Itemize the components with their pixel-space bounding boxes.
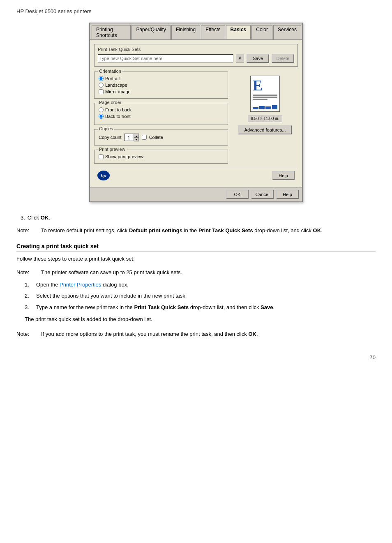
page-preview: E	[250, 76, 280, 112]
step-num-2: 2.	[25, 292, 33, 300]
note3-text: If you add more options to the print tas…	[41, 330, 376, 338]
collate-label: Collate	[149, 135, 163, 140]
delete-button[interactable]: Delete	[272, 54, 294, 63]
mirror-image-checkbox[interactable]	[99, 89, 104, 94]
steps-list: 1. Open the Printer Properties dialog bo…	[25, 281, 376, 312]
copy-count-label: Copy count	[99, 135, 122, 140]
quick-sets-input[interactable]	[98, 54, 233, 62]
size-label: 8.50 × 11.00 in.	[248, 115, 282, 122]
note2-text: The printer software can save up to 25 p…	[41, 268, 376, 277]
tab-effects[interactable]: Effects	[201, 25, 225, 39]
dropdown-button[interactable]: ▼	[236, 54, 244, 62]
copy-count-value: 1	[125, 134, 134, 141]
front-to-back-radio[interactable]	[99, 107, 104, 112]
print-preview-group: Print preview Show print preview	[94, 150, 228, 164]
landscape-radio[interactable]	[99, 83, 104, 88]
preview-lines	[253, 95, 277, 100]
step-num-3: 3.	[25, 303, 33, 312]
ok-button[interactable]: OK	[226, 190, 249, 199]
page-order-title: Page order	[98, 100, 122, 105]
tab-paper-quality[interactable]: Paper/Quality	[131, 25, 171, 39]
preview-letter: E	[253, 78, 277, 93]
step3-number: 3.	[21, 215, 25, 221]
note3-label: Note:	[16, 330, 41, 338]
tab-bar: Printing Shortcuts Paper/Quality Finishi…	[90, 23, 302, 40]
page-number: 70	[16, 354, 376, 360]
orientation-group: Orientation Portrait Landscape Mirror im…	[94, 72, 228, 99]
back-to-front-label: Back to front	[105, 114, 131, 119]
print-preview-title: Print preview	[98, 147, 127, 152]
note1-block: Note: To restore default print settings,…	[16, 226, 376, 235]
tab-printing-shortcuts[interactable]: Printing Shortcuts	[92, 25, 131, 39]
list-item-1: 1. Open the Printer Properties dialog bo…	[25, 281, 376, 289]
portrait-label: Portrait	[105, 76, 120, 81]
list-item-3: 3. Type a name for the new print task in…	[25, 303, 376, 312]
dialog-inner-footer: hp Help	[94, 168, 298, 183]
help-button-footer[interactable]: Help	[276, 190, 299, 199]
note1-label: Note:	[16, 226, 41, 235]
note1-text: To restore default print settings, click…	[41, 226, 376, 235]
cancel-button[interactable]: Cancel	[251, 190, 274, 199]
tab-finishing[interactable]: Finishing	[171, 25, 200, 39]
dialog-box: Printing Shortcuts Paper/Quality Finishi…	[89, 23, 303, 202]
advanced-features-button[interactable]: Advanced features...	[238, 125, 292, 134]
intro-text: Follow these steps to create a print tas…	[16, 255, 376, 263]
step-text-1: Open the Printer Properties dialog box.	[36, 281, 129, 289]
dialog-bottom-bar: OK Cancel Help	[90, 187, 302, 201]
preview-bar	[253, 104, 277, 109]
spin-down[interactable]: ▼	[134, 138, 139, 141]
tab-services[interactable]: Services	[273, 25, 301, 39]
step-text-3: Type a name for the new print task in th…	[36, 303, 274, 312]
back-to-front-radio[interactable]	[99, 114, 104, 119]
quick-sets-section: Print Task Quick Sets ▼ Save Delete	[94, 44, 298, 67]
show-print-preview-checkbox[interactable]	[99, 154, 104, 159]
section-heading: Creating a print task quick set	[16, 243, 376, 252]
copies-title: Copies	[98, 126, 114, 131]
save-button[interactable]: Save	[247, 54, 269, 63]
step-text-2: Select the options that you want to incl…	[36, 292, 187, 300]
copies-group: Copies Copy count 1 ▲ ▼ Collate	[94, 129, 228, 146]
list-item-2: 2. Select the options that you want to i…	[25, 292, 376, 300]
header-title: HP Deskjet 6500 series printers	[16, 8, 92, 14]
mirror-image-label: Mirror image	[105, 89, 131, 94]
landscape-label: Landscape	[105, 83, 127, 88]
spin-up[interactable]: ▲	[134, 134, 139, 138]
page-order-group: Page order Front to back Back to front	[94, 103, 228, 125]
hp-logo: hp	[97, 171, 110, 180]
help-button-inner[interactable]: Help	[272, 171, 295, 180]
note2-block: Note: The printer software can save up t…	[16, 268, 376, 277]
step3-line: 3. Click OK.	[16, 215, 376, 221]
show-print-preview-label: Show print preview	[105, 154, 143, 159]
portrait-radio[interactable]	[99, 76, 104, 81]
orientation-title: Orientation	[98, 69, 122, 74]
copy-count-spinner[interactable]: 1 ▲ ▼	[124, 134, 139, 141]
note3-block: Note: If you add more options to the pri…	[16, 330, 376, 338]
dialog-body: Print Task Quick Sets ▼ Save Delete Orie…	[90, 40, 302, 187]
tab-color[interactable]: Color	[251, 25, 272, 39]
sub-note: The print task quick set is added to the…	[25, 315, 376, 323]
quick-sets-title: Print Task Quick Sets	[98, 47, 294, 52]
step3-text: Click OK.	[28, 215, 50, 221]
collate-checkbox[interactable]	[142, 135, 147, 140]
note2-label: Note:	[16, 268, 41, 277]
front-to-back-label: Front to back	[105, 107, 131, 112]
tab-basics[interactable]: Basics	[226, 25, 251, 39]
step-num-1: 1.	[25, 281, 33, 289]
page-header: HP Deskjet 6500 series printers	[16, 8, 376, 14]
